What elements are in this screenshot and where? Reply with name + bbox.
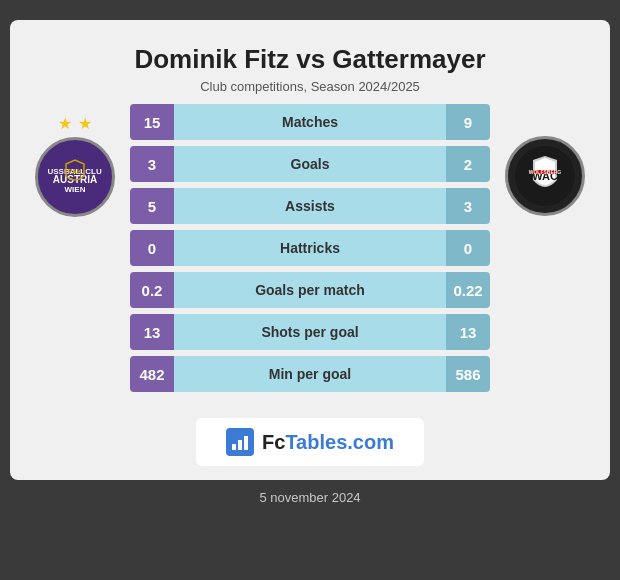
svg-text:WIEN: WIEN [65,185,86,194]
chart-icon [230,432,250,452]
stat-left-value: 5 [130,188,174,224]
stat-right-value: 13 [446,314,490,350]
star-right: ★ [78,114,92,133]
stat-right-value: 9 [446,104,490,140]
austria-wien-logo: FUSSBALLCLUB AUSTRIA WIEN FAK [35,137,115,217]
stat-row: 13Shots per goal13 [130,314,490,350]
page-title: Dominik Fitz vs Gattermayer [20,34,600,77]
stat-row: 482Min per goal586 [130,356,490,392]
stats-column: 15Matches93Goals25Assists30Hattricks00.2… [130,104,490,392]
stat-label: Goals per match [174,272,446,308]
svg-rect-11 [244,436,248,450]
right-team-logo-area: WAC WOLFSBERG [490,104,600,216]
stat-left-value: 0 [130,230,174,266]
stat-label: Goals [174,146,446,182]
stat-left-value: 3 [130,146,174,182]
star-left: ★ [58,114,72,133]
stars-row: ★ ★ [58,114,92,133]
stat-row: 3Goals2 [130,146,490,182]
stat-row: 0Hattricks0 [130,230,490,266]
stat-row: 5Assists3 [130,188,490,224]
page-subtitle: Club competitions, Season 2024/2025 [20,77,600,104]
stat-label: Hattricks [174,230,446,266]
stat-label: Min per goal [174,356,446,392]
wac-logo: WAC WOLFSBERG [505,136,585,216]
stat-label: Shots per goal [174,314,446,350]
card: Dominik Fitz vs Gattermayer Club competi… [0,0,620,580]
wac-logo-svg: WAC WOLFSBERG [513,144,577,208]
main-section: ★ ★ FUSSBALLCLUB AUSTRIA WIEN FAK [20,104,600,392]
svg-text:WOLFSBERG: WOLFSBERG [529,169,562,175]
stat-right-value: 0 [446,230,490,266]
svg-text:FAK: FAK [68,168,82,175]
left-team-logo-area: ★ ★ FUSSBALLCLUB AUSTRIA WIEN FAK [20,104,130,217]
fctables-banner: FcTables.com [196,418,424,466]
stat-right-value: 3 [446,188,490,224]
stat-label: Assists [174,188,446,224]
austria-logo-svg: FUSSBALLCLUB AUSTRIA WIEN FAK [48,150,102,204]
fctables-text: FcTables.com [262,431,394,454]
stat-right-value: 0.22 [446,272,490,308]
svg-rect-9 [232,444,236,450]
fctables-icon [226,428,254,456]
stat-left-value: 0.2 [130,272,174,308]
stat-right-value: 586 [446,356,490,392]
stat-left-value: 482 [130,356,174,392]
stat-right-value: 2 [446,146,490,182]
svg-rect-10 [238,440,242,450]
date-footer: 5 november 2024 [259,490,360,505]
stat-left-value: 15 [130,104,174,140]
stat-label: Matches [174,104,446,140]
stat-row: 15Matches9 [130,104,490,140]
stat-row: 0.2Goals per match0.22 [130,272,490,308]
stat-left-value: 13 [130,314,174,350]
